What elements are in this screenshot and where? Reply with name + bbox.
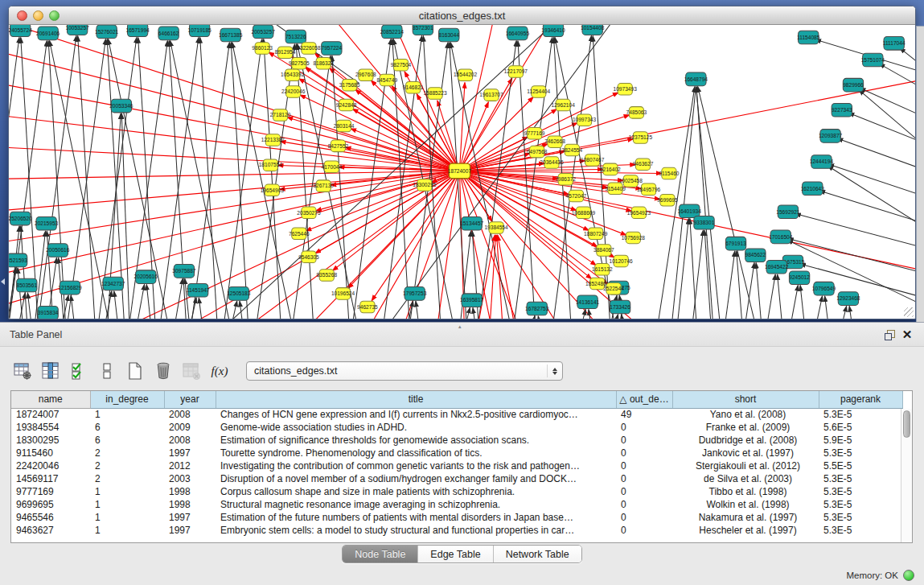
scrollbar-thumb[interactable] (903, 410, 910, 438)
graph-node[interactable]: 14136141 (576, 295, 600, 309)
table-cell[interactable]: Dudbridge et al. (2008) (672, 434, 819, 447)
graph-node-selected[interactable]: 20350275 (297, 207, 321, 219)
table-cell[interactable]: 18300295 (11, 434, 90, 447)
graph-node[interactable]: 20215953 (35, 216, 59, 230)
graph-node[interactable]: 8572301 (413, 25, 433, 35)
graph-node[interactable]: 16571994 (125, 25, 150, 37)
table-cell[interactable]: 6 (90, 434, 164, 447)
table-cell[interactable]: Tibbo et al. (1998) (672, 485, 819, 498)
graph-node-selected[interactable]: 8427552 (328, 140, 349, 152)
create-column-icon[interactable] (124, 360, 146, 382)
tab-edge-table[interactable]: Edge Table (418, 546, 493, 562)
graph-node[interactable]: 11154085 (797, 31, 820, 44)
graph-node[interactable]: 19346410 (541, 25, 565, 37)
graph-node[interactable]: 25206520 (9, 212, 32, 225)
window-zoom-button[interactable] (49, 10, 60, 21)
graph-node[interactable]: 10154408 (581, 25, 605, 35)
table-selector-dropdown[interactable]: citations_edges.txt (246, 361, 563, 381)
table-cell[interactable]: 0 (616, 434, 672, 447)
table-row[interactable]: 1938455462009Genome-wide association stu… (11, 421, 902, 434)
graph-node[interactable]: 16671385 (219, 28, 243, 42)
network-view-window[interactable]: citations_edges.txt 24055724206914061005… (8, 6, 916, 319)
tab-network-table[interactable]: Network Table (494, 546, 581, 562)
graph-node[interactable]: 15692921 (776, 205, 800, 219)
graph-node[interactable]: 20053257 (252, 25, 276, 39)
graph-node-selected[interactable]: 7625446 (289, 228, 310, 240)
table-cell[interactable]: 2012 (164, 459, 216, 472)
float-panel-button[interactable] (881, 327, 898, 343)
graph-node[interactable]: 6466162 (158, 27, 179, 40)
table-cell[interactable]: Structural magnetic resonance image aver… (216, 498, 616, 511)
graph-hub-node[interactable]: 18724007 (448, 163, 472, 179)
table-cell[interactable]: 5.3E-5 (819, 511, 902, 524)
table-cell[interactable]: 0 (616, 524, 672, 537)
column-header-year[interactable]: year (164, 391, 216, 408)
graph-node-selected[interactable]: 9154409 (605, 183, 626, 195)
table-cell[interactable]: 0 (616, 447, 672, 459)
table-cell[interactable]: 2003 (164, 472, 216, 485)
table-cell[interactable]: 14569117 (11, 472, 90, 485)
graph-node-selected[interactable]: 8454749 (376, 74, 397, 86)
graph-node[interactable]: 3915834 (38, 306, 59, 319)
graph-node-selected[interactable]: 19654923 (627, 207, 651, 219)
column-header-name[interactable]: name (11, 391, 90, 408)
table-cell[interactable]: de Silva et al. (2003) (672, 472, 819, 485)
graph-node-selected[interactable]: 9777169 (524, 128, 545, 140)
graph-node-selected[interactable]: 9463627 (633, 159, 654, 171)
window-close-button[interactable] (17, 10, 27, 21)
graph-node[interactable]: 20205616 (134, 270, 158, 284)
graph-node[interactable]: 11451947 (187, 283, 210, 297)
table-cell[interactable]: 0 (616, 472, 672, 485)
table-cell[interactable]: 1998 (164, 498, 216, 511)
window-resize-grip[interactable] (904, 307, 914, 317)
table-row[interactable]: 911546021997Tourette syndrome. Phenomeno… (11, 447, 902, 459)
graph-node[interactable]: 7513226 (285, 30, 306, 43)
show-columns-icon[interactable] (39, 360, 62, 382)
table-cell[interactable]: 2009 (164, 421, 216, 434)
graph-node[interactable]: 20852214 (380, 25, 405, 39)
table-cell[interactable]: 1998 (164, 485, 216, 498)
table-cell[interactable]: 1 (90, 498, 164, 511)
window-minimize-button[interactable] (33, 10, 43, 21)
graph-node[interactable]: 15276021 (95, 25, 119, 39)
table-row[interactable]: 946554611997Estimation of the future num… (11, 511, 902, 524)
graph-node[interactable]: 12156829 (58, 281, 82, 295)
table-cell[interactable]: Yano et al. (2008) (672, 408, 819, 421)
graph-node-selected[interactable]: 12962104 (552, 99, 576, 111)
graph-node-selected[interactable]: 3884067 (593, 245, 614, 257)
network-window-titlebar[interactable]: citations_edges.txt (9, 6, 915, 25)
table-cell[interactable]: 9463627 (11, 524, 90, 537)
table-cell[interactable]: 9115460 (11, 447, 90, 459)
graph-node-selected[interactable]: 6216402 (600, 163, 621, 175)
graph-node[interactable]: 9829966 (843, 78, 864, 92)
table-cell[interactable]: 5.3E-5 (819, 408, 902, 421)
graph-node[interactable]: 20050616 (46, 244, 70, 257)
table-cell[interactable]: 6 (90, 421, 164, 434)
graph-node[interactable]: 9845622 (745, 249, 766, 262)
graph-node[interactable]: 16782753 (525, 302, 549, 315)
memory-ok-indicator[interactable] (903, 570, 914, 581)
table-cell[interactable]: 9465546 (11, 511, 90, 524)
graph-node[interactable]: 8163044 (438, 28, 459, 42)
table-cell[interactable]: 1 (90, 511, 164, 524)
graph-node-selected[interactable]: 18495796 (637, 183, 661, 196)
table-cell[interactable]: 2008 (164, 434, 216, 447)
table-cell[interactable]: Disruption of a novel member of a sodium… (216, 472, 616, 485)
table-cell[interactable]: 2008 (164, 408, 216, 421)
graph-node-selected[interactable]: 3175685 (339, 79, 360, 91)
table-cell[interactable]: 0 (616, 498, 672, 511)
table-cell[interactable]: Hescheler et al. (1997) (672, 524, 819, 537)
graph-node-selected[interactable]: 4170044 (322, 161, 343, 173)
network-canvas-area[interactable]: 2405572420691406100532571527602116571994… (9, 25, 915, 319)
table-cell[interactable]: 9699695 (11, 498, 90, 511)
table-cell[interactable]: 0 (616, 421, 672, 434)
table-cell[interactable]: Wolkin et al. (1998) (672, 498, 819, 511)
table-row[interactable]: 1872400712008Changes of HCN gene express… (11, 408, 902, 421)
table-row[interactable]: 1456911722003Disruption of a novel membe… (11, 472, 902, 485)
table-cell[interactable]: Estimation of significance thresholds fo… (216, 434, 616, 447)
close-panel-button[interactable]: ✕ (898, 327, 916, 343)
graph-node-selected[interactable]: 4572047 (566, 190, 587, 202)
graph-node-selected[interactable]: 7986372 (555, 174, 576, 186)
graph-node-selected[interactable]: 2522544 (603, 282, 624, 295)
graph-node-selected[interactable]: 9699695 (657, 194, 678, 206)
